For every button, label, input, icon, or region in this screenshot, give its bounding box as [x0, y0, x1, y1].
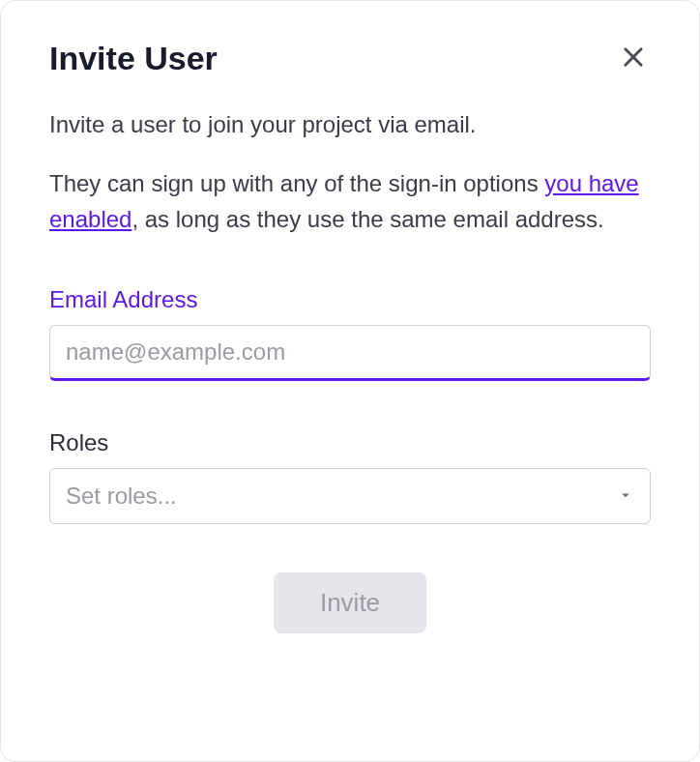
roles-label: Roles	[49, 429, 651, 456]
close-button[interactable]	[616, 40, 651, 77]
modal-title: Invite User	[49, 40, 218, 77]
modal-header: Invite User	[49, 40, 651, 77]
roles-select[interactable]: Set roles...	[49, 468, 651, 524]
description-text-post: , as long as they use the same email add…	[131, 206, 603, 232]
email-input[interactable]	[49, 325, 651, 381]
email-label: Email Address	[49, 286, 651, 313]
email-field-group: Email Address	[49, 286, 651, 381]
modal-description-2: They can sign up with any of the sign-in…	[49, 165, 651, 237]
invite-user-modal: Invite User Invite a user to join your p…	[0, 0, 700, 762]
roles-field-group: Roles Set roles...	[49, 429, 651, 524]
description-text-pre: They can sign up with any of the sign-in…	[49, 170, 544, 196]
close-icon	[620, 44, 647, 73]
submit-row: Invite	[49, 572, 651, 633]
invite-button[interactable]: Invite	[274, 572, 426, 633]
roles-placeholder: Set roles...	[66, 483, 177, 510]
modal-description-1: Invite a user to join your project via e…	[49, 106, 651, 142]
chevron-down-icon	[617, 483, 634, 510]
